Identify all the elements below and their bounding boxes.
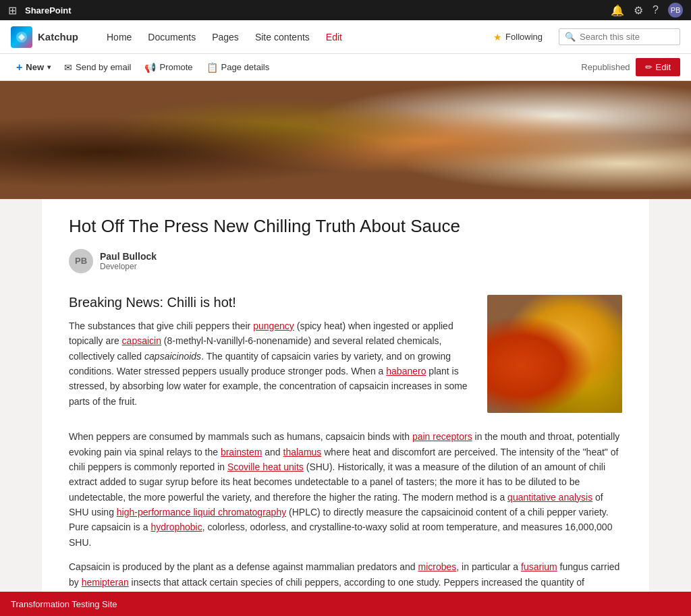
- search-input[interactable]: [580, 32, 674, 42]
- details-icon: 📋: [206, 62, 218, 73]
- nav-edit[interactable]: Edit: [319, 29, 349, 45]
- email-icon: ✉: [64, 62, 72, 73]
- content-card: Hot Off The Press New Chilling Truth Abo…: [42, 199, 649, 616]
- article-title: Hot Off The Press New Chilling Truth Abo…: [69, 215, 622, 238]
- link-microbes[interactable]: microbes: [418, 561, 457, 572]
- following-label: Following: [505, 32, 543, 42]
- author-info: Paul Bullock Developer: [100, 251, 157, 271]
- plus-icon: +: [16, 61, 22, 74]
- edit-label: Edit: [656, 62, 671, 72]
- top-bar: ⊞ SharePoint 🔔 ⚙ ? PB: [0, 0, 691, 20]
- hero-image: [0, 81, 691, 199]
- nav-pages[interactable]: Pages: [205, 29, 246, 45]
- article-spice-image: [487, 295, 622, 413]
- link-brainstem[interactable]: brainstem: [221, 447, 262, 457]
- edit-button[interactable]: ✏ Edit: [636, 58, 680, 76]
- link-fusarium[interactable]: fusarium: [521, 561, 557, 572]
- author-avatar: PB: [69, 249, 93, 273]
- nav-site-contents[interactable]: Site contents: [248, 29, 316, 45]
- link-scoville[interactable]: Scoville heat units: [227, 461, 304, 472]
- new-button[interactable]: + New ▾: [11, 59, 56, 76]
- main-wrapper: Hot Off The Press New Chilling Truth Abo…: [0, 199, 691, 616]
- toolbar: + New ▾ ✉ Send by email 📢 Promote 📋 Page…: [0, 54, 691, 81]
- grid-icon[interactable]: ⊞: [8, 4, 17, 17]
- republished-status: Republished: [581, 62, 630, 72]
- chevron-down-icon: ▾: [47, 63, 51, 71]
- promote-button[interactable]: 📢 Promote: [139, 59, 198, 76]
- nav-home[interactable]: Home: [100, 29, 138, 45]
- nav-documents[interactable]: Documents: [141, 29, 202, 45]
- page-details-label: Page details: [221, 62, 270, 72]
- site-header-right: ★ Following 🔍: [488, 28, 680, 45]
- search-icon: 🔍: [565, 32, 576, 42]
- paragraph-1: The substances that give chili peppers t…: [69, 318, 471, 409]
- site-logo: Katchup: [11, 26, 89, 48]
- paragraph-2: When peppers are consumed by mammals suc…: [69, 429, 622, 550]
- promote-label: Promote: [159, 62, 192, 72]
- spices-image-visual: [487, 295, 622, 413]
- send-email-label: Send by email: [76, 62, 131, 72]
- bottom-bar-text: Transformation Testing Site: [11, 599, 117, 609]
- site-nav: Home Documents Pages Site contents Edit: [100, 29, 477, 45]
- author-section: PB Paul Bullock Developer: [69, 249, 622, 273]
- gear-icon[interactable]: ⚙: [634, 4, 643, 17]
- app-name: SharePoint: [25, 5, 72, 16]
- content-body: Breaking News: Chilli is hot! The substa…: [69, 295, 622, 418]
- article-text: Breaking News: Chilli is hot! The substa…: [69, 295, 471, 418]
- user-avatar[interactable]: PB: [668, 3, 683, 18]
- search-box: 🔍: [559, 28, 680, 45]
- bell-icon[interactable]: 🔔: [611, 4, 624, 17]
- link-hemipteran[interactable]: hemipteran: [82, 577, 129, 588]
- send-email-button[interactable]: ✉ Send by email: [59, 59, 136, 76]
- question-icon[interactable]: ?: [653, 4, 659, 16]
- site-name: Katchup: [38, 31, 78, 43]
- author-initials: PB: [75, 256, 87, 266]
- site-logo-icon: [11, 26, 32, 48]
- author-role: Developer: [100, 262, 157, 271]
- link-hydrophobic[interactable]: hydrophobic: [150, 522, 202, 532]
- link-pain-receptors[interactable]: pain receptors: [412, 431, 472, 442]
- link-pungency[interactable]: pungency: [253, 320, 294, 331]
- star-icon: ★: [493, 32, 502, 43]
- link-thalamus[interactable]: thalamus: [283, 447, 322, 457]
- author-name: Paul Bullock: [100, 251, 157, 262]
- page-details-button[interactable]: 📋 Page details: [201, 59, 275, 76]
- link-habanero[interactable]: habanero: [386, 366, 426, 376]
- new-label: New: [26, 62, 44, 72]
- section-heading: Breaking News: Chilli is hot!: [69, 295, 471, 310]
- site-header: Katchup Home Documents Pages Site conten…: [0, 20, 691, 54]
- promote-icon: 📢: [144, 62, 156, 73]
- toolbar-left: + New ▾ ✉ Send by email 📢 Promote 📋 Page…: [11, 59, 578, 76]
- edit-pencil-icon: ✏: [645, 62, 653, 72]
- link-capsaicin[interactable]: capsaicin: [122, 335, 161, 346]
- link-quantitative-analysis[interactable]: quantitative analysis: [507, 492, 592, 503]
- bottom-bar: Transformation Testing Site: [0, 592, 691, 616]
- user-initials: PB: [671, 6, 681, 14]
- toolbar-right: Republished ✏ Edit: [581, 58, 680, 76]
- following-button[interactable]: ★ Following: [488, 29, 548, 45]
- hero-image-visual: [0, 81, 691, 199]
- link-hplc[interactable]: high-performance liquid chromatography: [117, 507, 286, 517]
